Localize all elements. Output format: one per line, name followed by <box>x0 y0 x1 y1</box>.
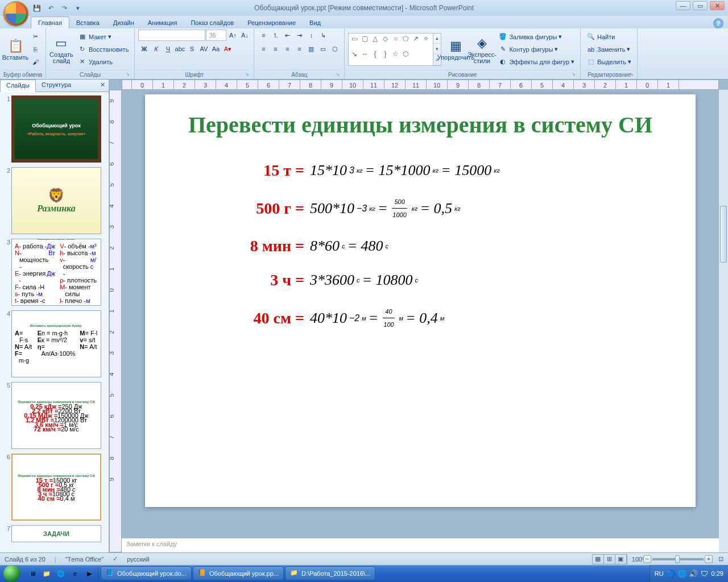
tab-review[interactable]: Рецензирование <box>241 17 303 28</box>
shrink-font-icon[interactable]: A↓ <box>239 30 250 41</box>
smartart-icon[interactable]: ⬡ <box>329 43 341 55</box>
format-painter-icon[interactable]: 🖌 <box>30 56 41 68</box>
bullets-icon[interactable]: ≡ <box>258 30 269 41</box>
start-button[interactable] <box>0 565 24 582</box>
align-right-icon[interactable]: ≡ <box>282 43 293 55</box>
tray-volume-icon[interactable]: 🔊 <box>689 569 698 578</box>
tray-lang[interactable]: RU <box>655 570 664 577</box>
eq-rhs: 8*60с = 480с <box>310 238 388 255</box>
vertical-scrollbar[interactable] <box>719 90 728 552</box>
notes-pane[interactable]: Заметки к слайду <box>122 538 719 552</box>
slide-thumb-5[interactable]: Перевести единицы измерения в систему СИ… <box>11 382 101 449</box>
tab-insert[interactable]: Вставка <box>69 17 106 28</box>
spellcheck-icon[interactable]: ✓ <box>113 555 118 563</box>
bold-icon[interactable]: Ж <box>138 43 150 55</box>
reset-button[interactable]: ↻Восстановить <box>76 44 131 55</box>
chrome-icon[interactable]: 🌐 <box>55 567 67 580</box>
task-powerpoint[interactable]: 📙Обобщающий урок.pp... <box>193 567 284 580</box>
panel-close-icon[interactable]: ✕ <box>97 80 109 92</box>
office-button[interactable] <box>3 1 28 26</box>
new-slide-button[interactable]: ▭Создать слайд <box>49 31 73 68</box>
fit-window-icon[interactable]: ⊡ <box>718 555 723 563</box>
justify-icon[interactable]: ≡ <box>293 43 305 55</box>
replace-button[interactable]: abЗаменить ▾ <box>584 44 634 55</box>
paste-button[interactable]: 📋Вставить <box>3 31 27 68</box>
tray-shield-icon[interactable]: 🛡 <box>700 569 709 578</box>
tab-animations[interactable]: Анимация <box>141 17 184 28</box>
panel-tab-slides[interactable]: Слайды <box>0 80 36 92</box>
show-desktop-icon[interactable]: 🖥 <box>26 567 39 580</box>
eq-rhs: 40*10−2 м = 40100 м = 0,4м <box>310 305 444 331</box>
shape-fill-button[interactable]: 🪣Заливка фигуры ▾ <box>496 31 577 43</box>
undo-icon[interactable]: ↶ <box>46 3 56 13</box>
slide-thumb-2[interactable]: 🦁Разминка <box>11 167 101 234</box>
slideshow-view-icon[interactable]: ▣ <box>615 555 627 564</box>
tab-view[interactable]: Вид <box>303 17 328 28</box>
shape-outline-button[interactable]: ✎Контур фигуры ▾ <box>496 44 577 55</box>
tray-network-icon[interactable]: 🌐 <box>677 569 686 578</box>
indent-dec-icon[interactable]: ⇤ <box>282 30 293 41</box>
slide-thumb-7[interactable]: ЗАДАЧИ <box>11 525 101 542</box>
status-language[interactable]: русский <box>127 556 149 563</box>
minimize-button[interactable]: — <box>676 1 690 10</box>
slide-canvas[interactable]: Перевести единицы измерения в систему СИ… <box>122 90 719 552</box>
close-button[interactable]: ✕ <box>710 1 725 10</box>
font-color-icon[interactable]: A▾ <box>222 43 233 55</box>
tab-slideshow[interactable]: Показ слайдов <box>184 17 241 28</box>
panel-tab-outline[interactable]: Структура <box>36 80 77 92</box>
italic-icon[interactable]: К <box>150 43 162 55</box>
qat-customize-icon[interactable]: ▾ <box>73 3 83 13</box>
vertical-ruler[interactable]: 9876543210123456789 <box>109 90 122 552</box>
slide-thumb-1[interactable]: Обобщающий урок«Работа, мощность, энерги… <box>11 95 101 163</box>
horizontal-ruler[interactable]: 10123456789101112111098765432101 <box>122 80 719 90</box>
grow-font-icon[interactable]: A↑ <box>227 30 238 41</box>
select-button[interactable]: ⬚Выделить ▾ <box>584 56 634 68</box>
slide-thumb-3[interactable]: Какой буквой обозначают и какова единица… <box>11 239 101 306</box>
equation-row: 40 см =40*10−2 м = 40100 м = 0,4м <box>173 305 667 331</box>
quick-styles-button[interactable]: ◈Экспресс-стили <box>470 31 494 68</box>
slide-thumb-6[interactable]: Перевести единицы измерения в систему СИ… <box>11 454 101 521</box>
ie-icon[interactable]: e <box>69 567 81 580</box>
indent-inc-icon[interactable]: ⇥ <box>293 30 305 41</box>
sorter-view-icon[interactable]: ⊞ <box>604 555 615 564</box>
redo-icon[interactable]: ↷ <box>59 3 69 13</box>
shape-effects-button[interactable]: ◐Эффекты для фигур ▾ <box>496 56 577 68</box>
copy-icon[interactable]: ⎘ <box>30 44 41 55</box>
align-left-icon[interactable]: ≡ <box>258 43 269 55</box>
tab-design[interactable]: Дизайн <box>106 17 141 28</box>
align-center-icon[interactable]: ≡ <box>270 43 281 55</box>
font-size-combo[interactable]: 36 <box>206 30 226 41</box>
align-text-icon[interactable]: ▭ <box>317 43 329 55</box>
maximize-button[interactable]: ▭ <box>693 1 708 10</box>
find-button[interactable]: 🔍Найти <box>584 31 634 43</box>
ribbon-tabs: Главная Вставка Дизайн Анимация Показ сл… <box>0 16 728 28</box>
text-direction-icon[interactable]: ↳ <box>317 30 329 41</box>
shadow-icon[interactable]: S <box>186 43 197 55</box>
font-family-combo[interactable] <box>138 30 205 41</box>
current-slide[interactable]: Перевести единицы измерения в систему СИ… <box>145 94 696 507</box>
char-spacing-icon[interactable]: AV <box>198 43 209 55</box>
slide-thumb-4[interactable]: Вставить пропущенную букву: A = F·sN = A… <box>11 310 101 377</box>
shapes-gallery[interactable]: ▭▢△◇○⬠↗ ✧↘↔{}☆⬡ <box>348 33 433 66</box>
columns-icon[interactable]: ▥ <box>305 43 317 55</box>
layout-button[interactable]: ▦Макет ▾ <box>76 31 131 43</box>
delete-button[interactable]: ✕Удалить <box>76 56 131 68</box>
arrange-button[interactable]: ▦Упорядочить <box>444 31 468 68</box>
zoom-slider[interactable] <box>652 558 704 560</box>
cut-icon[interactable]: ✂ <box>30 31 41 43</box>
tray-clock[interactable]: 0:29 <box>712 570 723 577</box>
explorer-icon[interactable]: 📁 <box>40 567 53 580</box>
strike-icon[interactable]: abc <box>174 43 185 55</box>
media-player-icon[interactable]: ▶ <box>83 567 96 580</box>
numbering-icon[interactable]: ⒈ <box>270 30 281 41</box>
change-case-icon[interactable]: Aa <box>210 43 221 55</box>
task-word[interactable]: 📘Обобщающий урок.do... <box>101 567 192 580</box>
normal-view-icon[interactable]: ▦ <box>593 555 604 564</box>
task-explorer[interactable]: 📁D:\Работа_2015-2016\... <box>285 567 375 580</box>
tray-skype-icon[interactable]: 🔵 <box>666 569 675 578</box>
tab-home[interactable]: Главная <box>31 16 69 28</box>
save-icon[interactable]: 💾 <box>32 3 42 13</box>
line-spacing-icon[interactable]: ↕ <box>305 30 317 41</box>
help-icon[interactable]: ? <box>713 18 723 28</box>
underline-icon[interactable]: Ч <box>162 43 173 55</box>
